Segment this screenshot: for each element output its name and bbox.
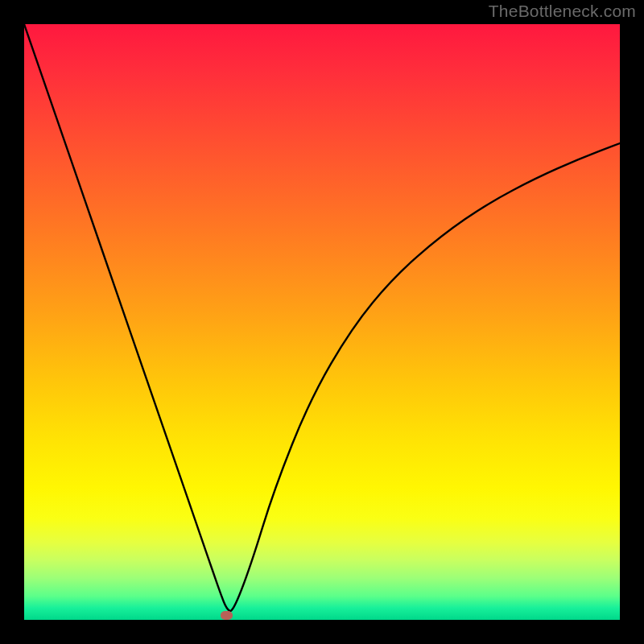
curve-svg	[24, 24, 620, 620]
optimum-marker	[221, 611, 233, 620]
plot-area	[24, 24, 620, 620]
chart-frame: TheBottleneck.com	[0, 0, 644, 644]
watermark-text: TheBottleneck.com	[489, 2, 636, 21]
bottleneck-curve	[24, 24, 620, 611]
